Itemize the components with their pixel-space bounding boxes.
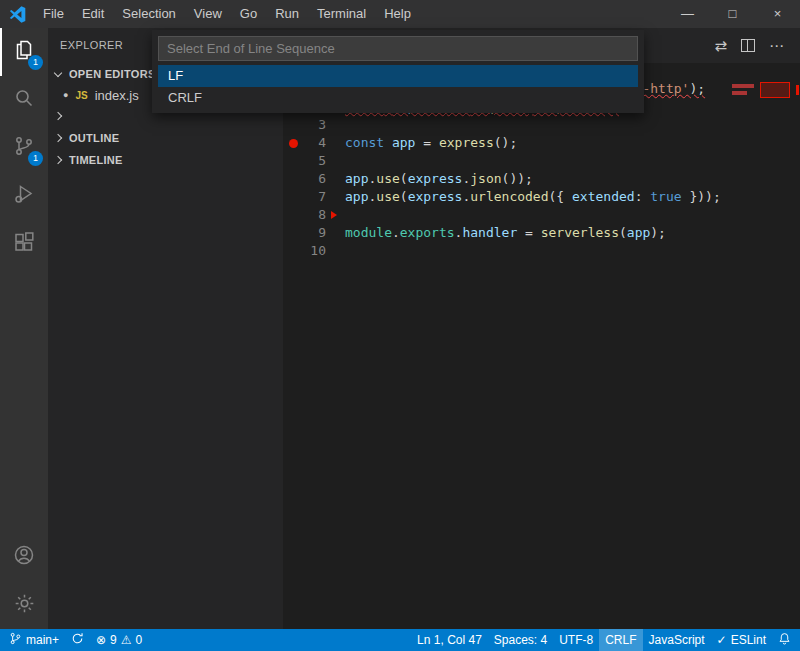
modified-dot-icon[interactable]: ● bbox=[63, 85, 68, 105]
git-branch-item[interactable]: main+ bbox=[3, 629, 65, 651]
chevron-right-icon bbox=[54, 134, 62, 142]
extensions-icon bbox=[12, 230, 36, 258]
code-text: app.use(express.json()); bbox=[326, 170, 533, 188]
close-button[interactable]: × bbox=[755, 0, 800, 28]
problems-item[interactable]: ⊗ 9 ⚠ 0 bbox=[90, 629, 148, 651]
menu-file[interactable]: File bbox=[34, 0, 73, 28]
menu-edit[interactable]: Edit bbox=[73, 0, 113, 28]
line-number: 6 bbox=[303, 170, 326, 188]
javascript-file-icon: JS bbox=[75, 90, 87, 101]
activity-account[interactable] bbox=[0, 533, 48, 581]
gutter-glyph-margin[interactable] bbox=[283, 134, 303, 152]
outline-label: OUTLINE bbox=[69, 132, 119, 144]
menu-view[interactable]: View bbox=[185, 0, 231, 28]
gutter-glyph-margin[interactable] bbox=[283, 116, 303, 134]
code-line[interactable]: 9module.exports.handler = serverless(app… bbox=[283, 224, 800, 242]
line-number: 5 bbox=[303, 152, 326, 170]
gutter-glyph-margin[interactable] bbox=[283, 188, 303, 206]
menu-help[interactable]: Help bbox=[375, 0, 420, 28]
language-mode-item[interactable]: JavaScript bbox=[643, 629, 711, 651]
minimap-error-mark bbox=[732, 84, 754, 88]
quick-pick-option-lf[interactable]: LF bbox=[158, 65, 638, 87]
open-changes-icon[interactable]: ⇄ bbox=[714, 38, 727, 53]
warnings-count: 0 bbox=[136, 633, 143, 647]
outline-section-header[interactable]: OUTLINE bbox=[48, 127, 283, 149]
workbench: 1 1 bbox=[0, 28, 800, 629]
search-icon bbox=[12, 86, 36, 114]
code-line[interactable]: 7app.use(express.urlencoded({ extended: … bbox=[283, 188, 800, 206]
sync-item[interactable] bbox=[65, 629, 90, 651]
quick-pick: LF CRLF bbox=[152, 30, 644, 113]
branch-name: main+ bbox=[26, 633, 59, 647]
cursor-position: Ln 1, Col 47 bbox=[417, 633, 482, 647]
gutter-glyph-margin[interactable] bbox=[283, 152, 303, 170]
code-line[interactable]: 8 bbox=[283, 206, 800, 224]
minimize-button[interactable]: — bbox=[665, 0, 710, 28]
activity-explorer[interactable]: 1 bbox=[0, 28, 48, 76]
explorer-badge: 1 bbox=[28, 55, 43, 70]
explorer-sidebar: EXPLORER OPEN EDITORS 1 ● JS index.js OU… bbox=[48, 28, 283, 629]
gutter-glyph-margin[interactable] bbox=[283, 206, 303, 224]
activity-settings[interactable] bbox=[0, 581, 48, 629]
window-controls: — □ × bbox=[665, 0, 800, 28]
activity-search[interactable] bbox=[0, 76, 48, 124]
quick-pick-input[interactable] bbox=[158, 36, 638, 61]
menu-selection[interactable]: Selection bbox=[113, 0, 184, 28]
code-text: const app = express(); bbox=[326, 134, 517, 152]
title-bar: File Edit Selection View Go Run Terminal… bbox=[0, 0, 800, 28]
code-area[interactable]: 1const serverless = require('serverless-… bbox=[283, 80, 800, 629]
menu-go[interactable]: Go bbox=[231, 0, 266, 28]
chevron-right-icon bbox=[54, 112, 62, 120]
code-text: app.use(express.urlencoded({ extended: t… bbox=[326, 188, 721, 206]
line-number: 3 bbox=[303, 116, 326, 134]
code-line[interactable]: 5 bbox=[283, 152, 800, 170]
editor-group: ⇄ ⋯ 1const serverless = require('serverl… bbox=[283, 28, 800, 629]
indentation-item[interactable]: Spaces: 4 bbox=[488, 629, 553, 651]
warnings-icon: ⚠ bbox=[121, 634, 132, 646]
timeline-section-header[interactable]: TIMELINE bbox=[48, 149, 283, 171]
maximize-button[interactable]: □ bbox=[710, 0, 755, 28]
gutter-glyph-margin[interactable] bbox=[283, 170, 303, 188]
more-actions-icon[interactable]: ⋯ bbox=[769, 38, 784, 53]
source-control-badge: 1 bbox=[28, 151, 43, 166]
gear-icon bbox=[13, 592, 36, 619]
minimap[interactable] bbox=[732, 78, 792, 108]
open-editors-label: OPEN EDITORS bbox=[69, 68, 156, 80]
git-branch-icon bbox=[9, 632, 22, 648]
eol: CRLF bbox=[605, 633, 636, 647]
code-text: module.exports.handler = serverless(app)… bbox=[326, 224, 666, 242]
notifications-item[interactable] bbox=[772, 629, 797, 651]
bell-icon bbox=[778, 632, 791, 648]
quick-pick-option-crlf[interactable]: CRLF bbox=[158, 87, 638, 109]
account-icon bbox=[12, 543, 36, 571]
code-text bbox=[337, 206, 356, 224]
errors-icon: ⊗ bbox=[96, 634, 106, 646]
status-bar: main+ ⊗ 9 ⚠ 0 Ln 1, Col 47 Spaces: 4 UTF… bbox=[0, 629, 800, 651]
activity-bar: 1 1 bbox=[0, 28, 48, 629]
line-number: 10 bbox=[303, 242, 326, 260]
activity-run-debug[interactable] bbox=[0, 172, 48, 220]
encoding-item[interactable]: UTF-8 bbox=[553, 629, 599, 651]
line-number: 8 bbox=[303, 206, 326, 224]
code-line[interactable]: 10 bbox=[283, 242, 800, 260]
eol-item[interactable]: CRLF bbox=[599, 629, 642, 651]
activity-extensions[interactable] bbox=[0, 220, 48, 268]
activity-source-control[interactable]: 1 bbox=[0, 124, 48, 172]
menu-terminal[interactable]: Terminal bbox=[308, 0, 375, 28]
split-editor-icon[interactable] bbox=[741, 39, 755, 52]
menu-bar: File Edit Selection View Go Run Terminal… bbox=[34, 0, 420, 28]
eslint-item[interactable]: ✓ ESLint bbox=[711, 629, 772, 651]
breakpoint-icon[interactable] bbox=[289, 139, 298, 148]
sync-icon bbox=[71, 632, 84, 648]
indentation: Spaces: 4 bbox=[494, 633, 547, 647]
gutter-glyph-margin[interactable] bbox=[283, 224, 303, 242]
code-line[interactable]: 4const app = express(); bbox=[283, 134, 800, 152]
overview-ruler-error-mark bbox=[796, 85, 799, 95]
code-line[interactable]: 6app.use(express.json()); bbox=[283, 170, 800, 188]
menu-run[interactable]: Run bbox=[266, 0, 308, 28]
gutter-glyph-margin[interactable] bbox=[283, 242, 303, 260]
code-line[interactable]: 3 bbox=[283, 116, 800, 134]
chevron-down-icon bbox=[54, 68, 62, 76]
vscode-logo-icon bbox=[9, 6, 26, 23]
cursor-position-item[interactable]: Ln 1, Col 47 bbox=[411, 629, 488, 651]
